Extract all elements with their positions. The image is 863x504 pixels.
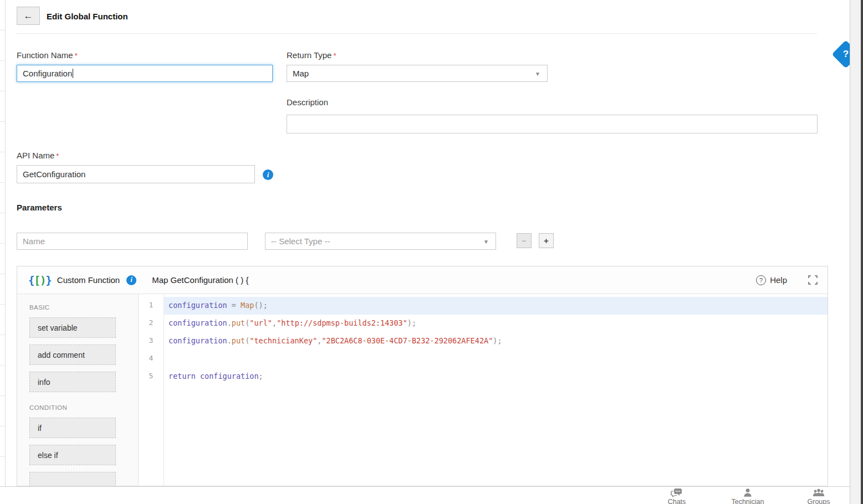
- chats-icon: [671, 488, 683, 497]
- bottom-bar-item-groups[interactable]: Groups: [785, 488, 852, 504]
- code-token: "technicianKey": [249, 336, 317, 345]
- api-name-info-icon[interactable]: i: [263, 169, 273, 180]
- function-signature: Map GetConfiguration ( ) {: [152, 275, 248, 285]
- window-edge: [861, 0, 863, 504]
- snippet-chip-if[interactable]: if: [29, 418, 116, 438]
- collapsed-left-list: [0, 0, 6, 486]
- help-label: Help: [770, 275, 787, 285]
- bottom-bar-item-label: Groups: [808, 498, 830, 504]
- code-token: "http://sdpmsp-builds2:14303": [277, 318, 407, 327]
- code-token: );: [493, 336, 502, 345]
- line-number: 1: [139, 297, 164, 315]
- line-number: 5: [139, 368, 164, 385]
- function-name-input[interactable]: Configuration: [17, 65, 273, 82]
- custom-function-icon: {[)}: [28, 274, 52, 286]
- code-token: .: [227, 318, 232, 327]
- code-line[interactable]: configuration.put("technicianKey","2BC2A…: [164, 332, 828, 350]
- line-number: 4: [139, 350, 164, 368]
- return-type-value: Map: [293, 69, 309, 78]
- technician-icon: [743, 488, 753, 497]
- code-line[interactable]: return configuration;: [164, 368, 828, 385]
- code-token: ();: [254, 301, 267, 310]
- line-number-gutter: 12345: [139, 294, 164, 486]
- groups-icon: [813, 488, 825, 497]
- line-number: 2: [139, 315, 164, 332]
- required-asterisk: *: [333, 52, 336, 60]
- header-divider: [17, 33, 817, 34]
- function-name-value: Configuration: [23, 69, 72, 78]
- snippet-chip-cutoff[interactable]: [29, 472, 116, 486]
- editor-sidebar: BASICset variableadd commentinfoCONDITIO…: [17, 294, 139, 486]
- function-name-label: Function Name*: [17, 50, 78, 60]
- add-parameter-button[interactable]: +: [539, 233, 554, 248]
- description-input[interactable]: [287, 115, 818, 133]
- api-name-input[interactable]: GetConfiguration: [17, 165, 255, 183]
- bottom-bar: ChatsTechnicianGroups: [0, 486, 856, 504]
- code-token: put: [232, 336, 245, 345]
- parameter-name-placeholder: Name: [23, 236, 45, 246]
- required-asterisk: *: [56, 152, 59, 160]
- remove-parameter-button[interactable]: −: [517, 233, 532, 248]
- return-type-select[interactable]: Map ▼: [287, 65, 548, 82]
- return-type-label: Return Type*: [287, 50, 336, 60]
- description-label: Description: [287, 97, 328, 107]
- code-token: ;: [259, 372, 263, 380]
- code-token: configuration: [168, 336, 227, 345]
- sidebar-section-label: BASIC: [29, 304, 138, 311]
- required-asterisk: *: [75, 52, 78, 60]
- api-name-label: API Name*: [17, 151, 59, 160]
- parameter-type-placeholder: -- Select Type --: [271, 236, 330, 246]
- line-number: 3: [139, 332, 164, 350]
- help-button[interactable]: ? Help: [756, 275, 787, 285]
- help-question-icon: ?: [756, 275, 766, 285]
- api-name-value: GetConfiguration: [23, 169, 85, 179]
- back-button[interactable]: ←: [17, 7, 40, 25]
- parameter-type-select[interactable]: -- Select Type -- ▼: [265, 233, 496, 250]
- code-token: Map: [241, 301, 254, 310]
- sidebar-section-label: CONDITION: [29, 404, 138, 411]
- snippet-chip-else-if[interactable]: else if: [29, 445, 116, 465]
- collapsed-right-panel[interactable]: [850, 0, 861, 504]
- parameter-name-input[interactable]: Name: [17, 233, 248, 250]
- custom-function-info-icon[interactable]: i: [126, 275, 136, 285]
- code-line[interactable]: configuration.put("url","http://sdpmsp-b…: [164, 315, 828, 332]
- chevron-down-icon: ▼: [535, 70, 540, 76]
- code-token: "url": [249, 318, 272, 327]
- code-token: return configuration: [168, 372, 259, 380]
- custom-function-panel: {[)} Custom Function i Map GetConfigurat…: [17, 266, 828, 486]
- bottom-bar-item-label: Technician: [731, 498, 764, 504]
- page-title: Edit Global Function: [47, 12, 128, 21]
- code-line[interactable]: configuration = Map();: [164, 297, 828, 315]
- code-token: configuration: [168, 318, 227, 327]
- code-token: );: [407, 318, 416, 327]
- code-token: =: [227, 301, 241, 310]
- custom-function-header: {[)} Custom Function i Map GetConfigurat…: [17, 266, 828, 294]
- chevron-down-icon: ▼: [483, 238, 489, 244]
- code-line[interactable]: [164, 350, 828, 368]
- code-token: .: [227, 336, 232, 345]
- bottom-bar-item-technician[interactable]: Technician: [714, 488, 781, 504]
- code-token: put: [232, 318, 245, 327]
- bottom-bar-item-label: Chats: [668, 498, 686, 504]
- text-cursor: [73, 69, 73, 78]
- fullscreen-icon[interactable]: [808, 275, 818, 285]
- code-editor[interactable]: configuration = Map();configuration.put(…: [164, 294, 828, 486]
- custom-function-title: Custom Function: [57, 275, 120, 285]
- code-token: "2BC2A6C8-030E-4CD7-B232-292062AFE42A": [321, 336, 493, 345]
- snippet-chip-add-comment[interactable]: add comment: [29, 344, 116, 365]
- snippet-chip-set-variable[interactable]: set variable: [29, 317, 116, 338]
- code-token: configuration: [168, 301, 227, 310]
- snippet-chip-info[interactable]: info: [29, 372, 116, 392]
- bottom-bar-item-chats[interactable]: Chats: [644, 488, 710, 504]
- parameters-heading: Parameters: [17, 203, 62, 212]
- code-token: ,: [272, 318, 277, 327]
